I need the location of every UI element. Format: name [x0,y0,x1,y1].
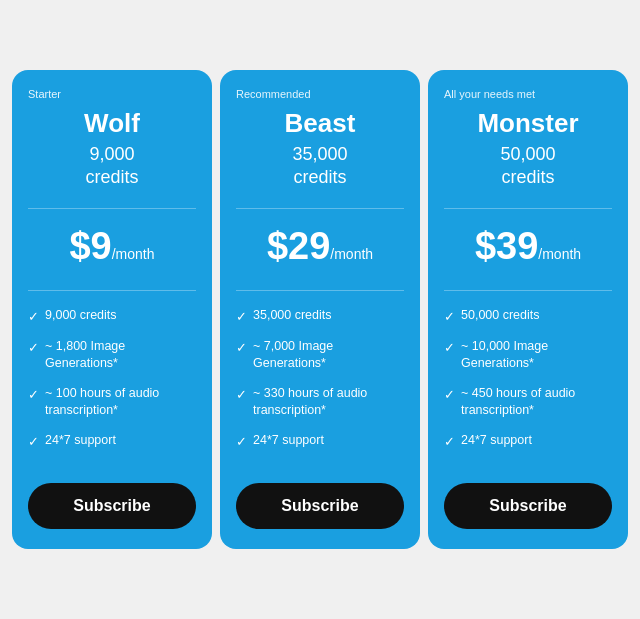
plan-features-list: ✓9,000 credits✓~ 1,800 Image Generations… [28,307,196,463]
plan-feature-item: ✓35,000 credits [236,307,404,326]
price-main: $39 [475,225,538,267]
check-icon: ✓ [236,386,247,404]
check-icon: ✓ [236,308,247,326]
feature-text: ~ 450 hours of audio transcription* [461,385,612,420]
divider [236,208,404,209]
plan-credits: 9,000 credits [28,143,196,190]
plan-credits: 50,000 credits [444,143,612,190]
price-period: /month [330,246,373,262]
plan-card-wolf: StarterWolf9,000 credits$9/month✓9,000 c… [12,70,212,549]
plan-name: Monster [444,108,612,139]
plan-badge: Starter [28,88,196,100]
feature-text: ~ 330 hours of audio transcription* [253,385,404,420]
plan-feature-item: ✓50,000 credits [444,307,612,326]
plan-feature-item: ✓~ 100 hours of audio transcription* [28,385,196,420]
check-icon: ✓ [444,386,455,404]
check-icon: ✓ [444,308,455,326]
plan-badge: Recommended [236,88,404,100]
subscribe-button[interactable]: Subscribe [28,483,196,529]
feature-text: ~ 100 hours of audio transcription* [45,385,196,420]
plan-feature-item: ✓9,000 credits [28,307,196,326]
feature-text: 24*7 support [253,432,324,450]
subscribe-button[interactable]: Subscribe [236,483,404,529]
check-icon: ✓ [28,433,39,451]
feature-text: 24*7 support [461,432,532,450]
divider-2 [444,290,612,291]
feature-text: 50,000 credits [461,307,540,325]
divider-2 [28,290,196,291]
feature-text: 35,000 credits [253,307,332,325]
plan-price: $9/month [28,225,196,268]
check-icon: ✓ [28,386,39,404]
divider [444,208,612,209]
price-period: /month [538,246,581,262]
check-icon: ✓ [236,339,247,357]
check-icon: ✓ [28,339,39,357]
plan-feature-item: ✓~ 7,000 Image Generations* [236,338,404,373]
price-main: $9 [69,225,111,267]
plan-card-beast: RecommendedBeast35,000 credits$29/month✓… [220,70,420,549]
plan-price: $39/month [444,225,612,268]
plan-name: Wolf [28,108,196,139]
plans-container: StarterWolf9,000 credits$9/month✓9,000 c… [0,58,640,561]
feature-text: ~ 7,000 Image Generations* [253,338,404,373]
check-icon: ✓ [236,433,247,451]
plan-feature-item: ✓~ 450 hours of audio transcription* [444,385,612,420]
check-icon: ✓ [28,308,39,326]
divider-2 [236,290,404,291]
plan-feature-item: ✓24*7 support [444,432,612,451]
price-main: $29 [267,225,330,267]
plan-feature-item: ✓24*7 support [236,432,404,451]
plan-badge: All your needs met [444,88,612,100]
plan-feature-item: ✓~ 10,000 Image Generations* [444,338,612,373]
feature-text: ~ 10,000 Image Generations* [461,338,612,373]
plan-features-list: ✓35,000 credits✓~ 7,000 Image Generation… [236,307,404,463]
check-icon: ✓ [444,433,455,451]
divider [28,208,196,209]
feature-text: ~ 1,800 Image Generations* [45,338,196,373]
feature-text: 9,000 credits [45,307,117,325]
check-icon: ✓ [444,339,455,357]
plan-feature-item: ✓24*7 support [28,432,196,451]
plan-name: Beast [236,108,404,139]
price-period: /month [112,246,155,262]
subscribe-button[interactable]: Subscribe [444,483,612,529]
plan-feature-item: ✓~ 1,800 Image Generations* [28,338,196,373]
plan-features-list: ✓50,000 credits✓~ 10,000 Image Generatio… [444,307,612,463]
plan-card-monster: All your needs metMonster50,000 credits$… [428,70,628,549]
feature-text: 24*7 support [45,432,116,450]
plan-feature-item: ✓~ 330 hours of audio transcription* [236,385,404,420]
plan-price: $29/month [236,225,404,268]
plan-credits: 35,000 credits [236,143,404,190]
